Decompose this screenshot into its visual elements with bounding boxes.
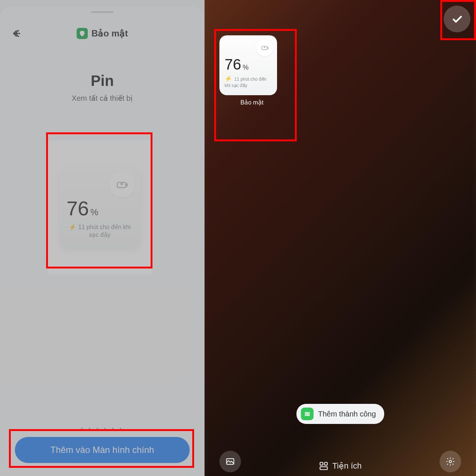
check-icon (450, 12, 464, 26)
svg-rect-3 (267, 47, 268, 49)
widgets-icon (319, 461, 328, 471)
battery-icon (261, 44, 269, 52)
battery-icon-circle (109, 171, 135, 197)
battery-widget-card: 76 % ⚡11 phút cho đến khi sạc đầy (219, 35, 277, 95)
percent-value: 76 (225, 56, 241, 73)
app-name: Bảo mật (91, 28, 128, 39)
svg-rect-1 (126, 184, 127, 186)
drag-handle[interactable] (91, 11, 114, 13)
security-app-icon (77, 28, 88, 39)
battery-icon (116, 178, 128, 191)
shield-icon (79, 30, 86, 37)
layers-icon: ≋ (304, 409, 311, 418)
bottom-sheet: Bảo mật Pin Xem tất cả thiết bị 76 % ⚡11… (0, 7, 205, 476)
home-screen-edit: 76 % ⚡11 phút cho đến khi sạc đầy Bảo mậ… (205, 0, 476, 476)
edit-bottom-bar: Tiện ích (205, 450, 476, 476)
confirm-button[interactable] (444, 6, 470, 32)
battery-note: ⚡11 phút cho đến khi sạc đầy (225, 75, 272, 89)
battery-percent: 76 % (225, 56, 272, 73)
percent-value: 76 (67, 197, 89, 220)
section-title: Pin (0, 73, 205, 89)
page-dots[interactable]: • • • • • • (0, 425, 205, 431)
bolt-icon: ⚡ (69, 224, 76, 230)
battery-percent: 76 % (67, 197, 133, 220)
battery-icon-circle (256, 39, 273, 56)
widgets-label: Tiện ích (332, 461, 361, 471)
widget-picker-screen: Bảo mật Pin Xem tất cả thiết bị 76 % ⚡11… (0, 0, 205, 476)
placed-widget[interactable]: 76 % ⚡11 phút cho đến khi sạc đầy Bảo mậ… (219, 35, 284, 106)
add-button-label: Thêm vào Màn hình chính (51, 445, 154, 455)
section-subtitle: Xem tất cả thiết bị (0, 94, 205, 103)
success-toast: ≋ Thêm thành công (296, 404, 384, 424)
widget-preview[interactable]: 76 % ⚡11 phút cho đến khi sạc đầy (48, 141, 152, 274)
battery-widget-card: 76 % ⚡11 phút cho đến khi sạc đầy (59, 166, 140, 249)
svg-rect-5 (320, 462, 323, 465)
settings-button[interactable] (440, 451, 461, 472)
battery-note: ⚡11 phút cho đến khi sạc đầy (67, 223, 133, 239)
sheet-header: Bảo mật (0, 26, 205, 41)
svg-point-8 (449, 460, 452, 463)
image-icon (225, 457, 235, 466)
svg-rect-6 (325, 462, 328, 465)
widget-label: Bảo mật (219, 99, 284, 106)
sheet-title: Bảo mật (10, 28, 195, 39)
gear-icon (446, 457, 455, 466)
percent-unit: % (90, 207, 98, 218)
toast-icon: ≋ (301, 408, 313, 420)
wallpaper-button[interactable] (219, 451, 241, 472)
battery-note-text: 11 phút cho đến khi sạc đầy (78, 224, 131, 238)
svg-rect-7 (320, 467, 328, 470)
toast-text: Thêm thành công (318, 410, 376, 418)
widgets-button[interactable]: Tiện ích (319, 461, 361, 471)
bolt-icon: ⚡ (225, 75, 232, 82)
percent-unit: % (243, 64, 249, 71)
add-to-home-button[interactable]: Thêm vào Màn hình chính (15, 437, 190, 463)
